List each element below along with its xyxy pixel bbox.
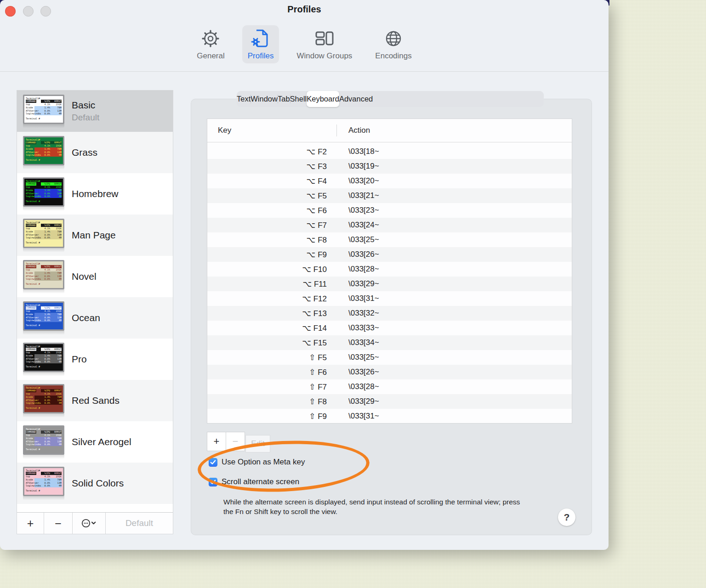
profile-name: Basic: [72, 100, 99, 111]
sidebar-item-novel[interactable]: Terminal1#COMMAND%CPURPRVTtop4.1%231KXco…: [17, 256, 173, 297]
table-row[interactable]: ⌥ F4 \033[20~: [207, 174, 572, 188]
action-cell: \033[21~: [348, 191, 379, 200]
sidebar-item-ocean[interactable]: Terminal1#COMMAND%CPURPRVTtop4.1%231KXco…: [17, 297, 173, 339]
profile-thumbnail: Terminal1#COMMAND%CPURPRVTtop4.1%231KXco…: [23, 467, 64, 500]
table-row[interactable]: ⇧ F8 \033[29~: [207, 394, 572, 409]
profile-thumbnail: Terminal1#COMMAND%CPURPRVTtop4.1%231KXco…: [23, 260, 64, 294]
sidebar-item-pro[interactable]: Terminal1#COMMAND%CPURPRVTtop4.1%231KXco…: [17, 339, 173, 380]
terminal-preview-thumbnail: Terminal1#COMMAND%CPURPRVTtop4.1%231KXco…: [23, 467, 64, 496]
table-row[interactable]: ⌥ F14 \033[33~: [207, 321, 572, 335]
action-cell: \033[32~: [348, 309, 379, 318]
checkbox-label: Use Option as Meta key: [222, 458, 305, 467]
table-row[interactable]: ⌥ F11 \033[29~: [207, 277, 572, 291]
thumbnail-reflection: [23, 207, 64, 211]
tab-label: Advanced: [339, 95, 373, 103]
checkbox-checked[interactable]: [209, 478, 217, 486]
table-row[interactable]: ⌥ F6 \033[23~: [207, 203, 572, 218]
add-key-button[interactable]: +: [207, 432, 226, 451]
tab-window[interactable]: Window: [251, 91, 278, 107]
sidebar-footer: + − Default: [17, 512, 173, 534]
column-separator: [336, 124, 337, 136]
key-cell: ⌥ F3: [207, 162, 327, 171]
table-body: ⌥ F2 \033[18~ ⌥ F3 \033[19~ ⌥ F4 \033[20…: [207, 142, 572, 424]
tab-advanced[interactable]: Advanced: [339, 91, 373, 107]
profile-thumbnail: Terminal1#COMMAND%CPURPRVTtop4.1%231KXco…: [23, 177, 64, 211]
set-default-button[interactable]: Default: [106, 513, 173, 534]
checkbox-row[interactable]: Scroll alternate screen: [209, 477, 305, 487]
checkbox-row[interactable]: Use Option as Meta key: [209, 457, 305, 467]
remove-key-button[interactable]: −: [226, 432, 245, 451]
window-groups-icon: [313, 28, 336, 49]
toolbar: General Profiles Window Groups Encodings: [0, 21, 609, 72]
table-row[interactable]: ⌥ F3 \033[19~: [207, 159, 572, 174]
table-row[interactable]: ⌥ F7 \033[24~: [207, 218, 572, 232]
terminal-preview-thumbnail: Terminal1#COMMAND%CPURPRVTtop4.1%231KXco…: [23, 384, 64, 413]
action-cell: \033[31~: [348, 294, 379, 303]
table-row[interactable]: ⌥ F5 \033[21~: [207, 188, 572, 203]
table-row[interactable]: ⌥ F10 \033[28~: [207, 262, 572, 277]
terminal-preview-thumbnail: Terminal1#COMMAND%CPURPRVTtop4.1%231KXco…: [23, 260, 64, 289]
globe-icon: [383, 28, 404, 49]
action-cell: \033[28~: [348, 382, 379, 391]
remove-profile-button[interactable]: −: [44, 513, 73, 534]
profile-name: Man Page: [72, 230, 116, 241]
sidebar-item-solid-colors[interactable]: Terminal1#COMMAND%CPURPRVTtop4.1%231KXco…: [17, 463, 173, 504]
column-header-key[interactable]: Key: [207, 126, 231, 135]
tab-keyboard[interactable]: Keyboard: [307, 91, 339, 107]
table-row[interactable]: ⇧ F6 \033[26~: [207, 365, 572, 379]
table-row[interactable]: ⇧ F7 \033[28~: [207, 379, 572, 394]
table-row[interactable]: ⌥ F8 \033[25~: [207, 232, 572, 247]
profile-list: Terminal1#COMMAND%CPURPRVTtop4.1%231KXco…: [17, 90, 173, 512]
more-options-button[interactable]: [73, 513, 106, 534]
tab-label: Tab: [278, 95, 290, 103]
profile-name: Novel: [72, 271, 97, 282]
sidebar-item-grass[interactable]: Terminal1#COMMAND%CPURPRVTtop4.1%231KXco…: [17, 132, 173, 173]
key-cell: ⌥ F13: [207, 309, 327, 318]
terminal-preview-thumbnail: Terminal1#COMMAND%CPURPRVTtop4.1%231KXco…: [23, 343, 64, 372]
key-cell: ⌥ F2: [207, 147, 327, 157]
sidebar-item-red-sands[interactable]: Terminal1#COMMAND%CPURPRVTtop4.1%231KXco…: [17, 380, 173, 421]
key-cell: ⌥ F9: [207, 250, 327, 260]
tab-text[interactable]: Text: [237, 91, 251, 107]
desktop: Profiles General Profiles Window Groups: [0, 0, 706, 588]
key-cell: ⇧ F8: [207, 397, 327, 407]
key-cell: ⌥ F6: [207, 206, 327, 215]
settings-tabs: Text Window Tab Shell Keyboard: [237, 91, 544, 107]
tab-tab[interactable]: Tab: [278, 91, 290, 107]
table-row[interactable]: ⇧ F5 \033[25~: [207, 350, 572, 365]
toolbar-item-window-groups[interactable]: Window Groups: [291, 25, 358, 63]
table-row[interactable]: ⌥ F12 \033[31~: [207, 291, 572, 306]
add-profile-button[interactable]: +: [17, 513, 44, 534]
key-mapping-table: Key Action ⌥ F2 \033[18~ ⌥ F3 \033[19~: [207, 119, 572, 424]
sidebar-item-man-page[interactable]: Terminal1#COMMAND%CPURPRVTtop4.1%231KXco…: [17, 215, 173, 256]
toolbar-item-general[interactable]: General: [191, 25, 230, 63]
tab-shell[interactable]: Shell: [290, 91, 307, 107]
column-header-action[interactable]: Action: [348, 126, 370, 135]
toolbar-item-encodings[interactable]: Encodings: [370, 25, 417, 63]
checkmark-icon: [210, 460, 216, 465]
table-row[interactable]: ⌥ F13 \033[32~: [207, 306, 572, 321]
table-row[interactable]: ⇧ F9 \033[31~: [207, 409, 572, 424]
checkbox-checked[interactable]: [209, 458, 217, 467]
profile-thumbnail: Terminal1#COMMAND%CPURPRVTtop4.1%231KXco…: [23, 425, 64, 459]
profile-thumbnail: Terminal1#COMMAND%CPURPRVTtop4.1%231KXco…: [23, 343, 64, 376]
thumbnail-reflection: [23, 124, 64, 128]
profile-name: Pro: [72, 354, 87, 365]
help-button[interactable]: ?: [558, 509, 575, 526]
thumbnail-reflection: [23, 165, 64, 170]
thumbnail-reflection: [23, 372, 64, 376]
table-row[interactable]: ⌥ F9 \033[26~: [207, 247, 572, 262]
profile-name: Homebrew: [72, 188, 119, 199]
document-gear-icon: [251, 28, 271, 49]
action-cell: \033[29~: [348, 397, 379, 406]
sidebar-item-basic[interactable]: Terminal1#COMMAND%CPURPRVTtop4.1%231KXco…: [17, 90, 173, 132]
table-row[interactable]: ⌥ F15 \033[34~: [207, 335, 572, 350]
sidebar-item-silver-aerogel[interactable]: Terminal1#COMMAND%CPURPRVTtop4.1%231KXco…: [17, 421, 173, 463]
thumbnail-reflection: [23, 289, 64, 294]
edit-key-button[interactable]: Edit: [245, 435, 270, 452]
sidebar-item-homebrew[interactable]: Terminal1#COMMAND%CPURPRVTtop4.1%231KXco…: [17, 173, 173, 215]
action-cell: \033[23~: [348, 206, 379, 215]
key-cell: ⌥ F12: [207, 294, 327, 304]
toolbar-item-profiles[interactable]: Profiles: [242, 25, 279, 63]
table-row[interactable]: ⌥ F2 \033[18~: [207, 144, 572, 159]
